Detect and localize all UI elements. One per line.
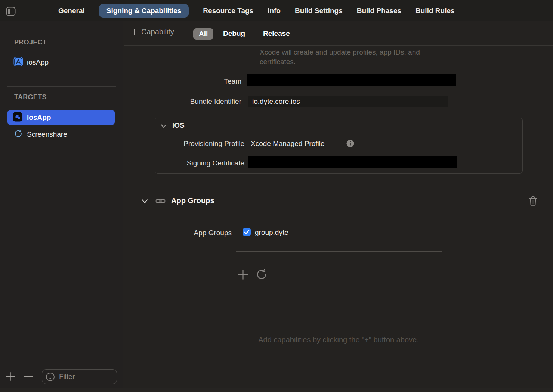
segment-release[interactable]: Release xyxy=(263,29,290,38)
sidebar-item-label: iosApp xyxy=(27,113,51,122)
checkmark-icon xyxy=(244,230,250,234)
app-store-icon xyxy=(13,57,23,68)
xcode-window: General Signing & Capabilities Resource … xyxy=(0,0,553,392)
plus-icon xyxy=(131,28,138,36)
tab-row: General Signing & Capabilities Resource … xyxy=(58,0,455,21)
section-divider xyxy=(136,183,542,183)
dyte-app-icon xyxy=(13,112,22,123)
team-value-redacted[interactable] xyxy=(247,74,456,86)
signing-description-line1: Xcode will create and update profiles, a… xyxy=(260,47,420,57)
signing-description: Xcode will create and update profiles, a… xyxy=(260,47,420,67)
section-divider xyxy=(136,293,542,293)
tab-build-settings[interactable]: Build Settings xyxy=(295,7,343,15)
bundle-identifier-label: Bundle Identifier xyxy=(124,97,241,106)
ios-section-title: iOS xyxy=(172,121,185,130)
remove-target-button[interactable] xyxy=(23,371,33,383)
targets-section-header: TARGETS xyxy=(14,93,47,101)
ios-signing-group: iOS Provisioning Profile Xcode Managed P… xyxy=(155,118,523,174)
add-capability-button[interactable]: Capability xyxy=(131,28,174,36)
signing-certificate-label: Signing Certificate xyxy=(155,159,244,167)
app-group-row-underline xyxy=(236,239,442,239)
segment-debug[interactable]: Debug xyxy=(223,29,245,38)
bundle-identifier-input[interactable] xyxy=(248,96,448,107)
project-navigator-sidebar: PROJECT iosApp TARGETS iosApp xyxy=(0,21,123,388)
signing-description-line2: certificates. xyxy=(260,57,420,67)
sidebar-toggle-icon[interactable] xyxy=(6,6,16,16)
app-group-empty-row-underline xyxy=(236,251,442,252)
refresh-app-groups-button[interactable] xyxy=(255,268,268,283)
tab-build-rules[interactable]: Build Rules xyxy=(415,7,455,15)
filter-input[interactable] xyxy=(58,372,111,381)
sidebar-item-label: iosApp xyxy=(27,58,49,66)
info-icon[interactable] xyxy=(346,140,354,149)
sidebar-item-label: Screenshare xyxy=(27,130,67,139)
tab-resource-tags[interactable]: Resource Tags xyxy=(203,7,253,15)
add-app-group-button[interactable] xyxy=(237,269,249,282)
team-label: Team xyxy=(124,77,241,85)
bottom-strip xyxy=(0,388,553,392)
add-capability-label: Capability xyxy=(141,28,174,36)
app-group-item-label[interactable]: group.dyte xyxy=(255,228,288,237)
filter-field[interactable] xyxy=(42,369,117,384)
provisioning-profile-label: Provisioning Profile xyxy=(155,140,244,148)
top-tab-bar: General Signing & Capabilities Resource … xyxy=(0,0,553,21)
add-target-button[interactable] xyxy=(5,371,15,383)
provisioning-profile-value: Xcode Managed Profile xyxy=(251,140,325,148)
tab-info[interactable]: Info xyxy=(268,7,281,15)
sidebar-item-target-screenshare[interactable]: Screenshare xyxy=(0,128,123,141)
sidebar-item-target-iosapp[interactable]: iosApp xyxy=(7,110,115,125)
app-groups-field-label: App Groups xyxy=(124,229,232,237)
signing-certificate-value-redacted[interactable] xyxy=(248,156,457,168)
app-groups-section-title: App Groups xyxy=(171,196,214,205)
segment-all[interactable]: All xyxy=(193,28,213,40)
tab-build-phases[interactable]: Build Phases xyxy=(357,7,401,15)
sidebar-item-project-iosapp[interactable]: iosApp xyxy=(0,56,123,69)
project-section-header: PROJECT xyxy=(14,38,47,46)
trash-icon[interactable] xyxy=(529,196,537,208)
app-group-checkbox[interactable] xyxy=(243,228,251,236)
sidebar-divider xyxy=(7,86,116,87)
filter-icon xyxy=(46,372,55,382)
tab-signing-capabilities[interactable]: Signing & Capabilities xyxy=(99,4,189,18)
chevron-down-icon[interactable] xyxy=(160,124,167,130)
signing-capabilities-pane: Capability All Debug Release Xcode will … xyxy=(124,21,553,388)
link-icon xyxy=(155,197,166,206)
capability-bar-bottom-line xyxy=(124,45,553,46)
chevron-down-icon[interactable] xyxy=(141,199,148,206)
tab-general[interactable]: General xyxy=(58,7,85,15)
capability-bar-divider xyxy=(188,27,188,41)
refresh-icon xyxy=(14,130,22,139)
empty-capabilities-hint: Add capabilities by clicking the "+" but… xyxy=(124,336,553,344)
